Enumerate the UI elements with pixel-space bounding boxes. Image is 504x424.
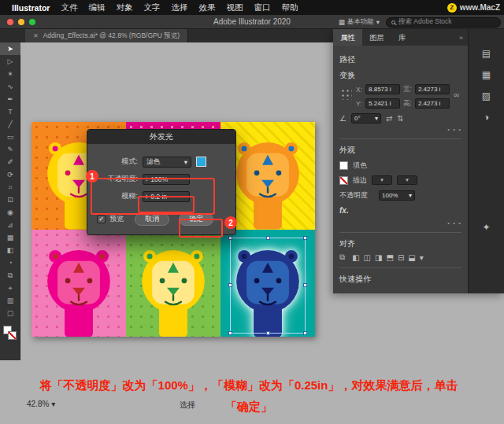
free-transform-tool[interactable]: ⊡ — [0, 194, 20, 206]
more-options-icon[interactable]: • • • — [339, 126, 461, 133]
stroke-swatch[interactable] — [339, 176, 348, 185]
stroke-unit-select[interactable]: ▾ — [397, 175, 417, 185]
more-align-options-icon[interactable]: ▾ — [420, 253, 424, 262]
panel-opacity-input[interactable]: 100%▾ — [379, 190, 415, 201]
column-graph-tool[interactable]: ▥ — [0, 294, 20, 307]
fx-button[interactable]: fx. — [339, 206, 349, 215]
swatches-panel-icon[interactable]: ▦ — [478, 67, 495, 83]
selection-tool[interactable]: ➤ — [0, 42, 20, 55]
align-right-icon[interactable]: ◨ — [375, 253, 382, 262]
dialog-title-bar[interactable]: 外发光 — [87, 130, 235, 144]
cancel-button[interactable]: 取消 — [135, 213, 169, 226]
adobe-stock-search-box[interactable]: 搜索 Adobe Stock — [386, 17, 501, 28]
selection-handle[interactable] — [303, 236, 307, 240]
search-icon — [391, 20, 395, 24]
fill-swatch[interactable] — [339, 161, 348, 170]
fill-stroke-widget[interactable] — [0, 326, 20, 346]
align-center-horizontal-icon[interactable]: ◫ — [364, 253, 371, 262]
selection-handle[interactable] — [228, 283, 232, 287]
reference-point-icon[interactable] — [339, 87, 352, 100]
perspective-grid-tool[interactable]: ⊿ — [0, 219, 20, 231]
document-tab[interactable]: ✕ Adding_Effects.ai* @ 42.8% (RGB/GPU 预览… — [25, 29, 188, 42]
menu-item[interactable]: 视图 — [220, 2, 248, 13]
flip-horizontal-icon[interactable]: ⇄ — [386, 114, 392, 123]
preview-checkbox[interactable]: ✓ — [97, 215, 106, 223]
paintbrush-tool[interactable]: ✎ — [0, 143, 20, 156]
shape-builder-tool[interactable]: ◉ — [0, 206, 20, 219]
selection-bounding-box[interactable] — [230, 238, 306, 334]
ok-button[interactable]: 确定 — [179, 213, 213, 226]
tools-panel: ➤▷✶∿✒T╱▭✎✐⟳⌗⊡◉⊿▦◧◔⧉⌖▥▢ — [0, 42, 20, 360]
panel-tab-1[interactable]: 属性 — [333, 29, 362, 46]
glow-color-swatch[interactable] — [196, 157, 206, 167]
link-dimensions-icon[interactable]: ∞ — [454, 90, 459, 99]
x-input[interactable]: 8.8573 i — [365, 84, 400, 94]
rectangle-tool[interactable]: ▭ — [0, 131, 20, 143]
artboard-tool[interactable]: ▢ — [0, 307, 20, 319]
align-top-icon[interactable]: ⬒ — [387, 253, 394, 262]
symbols-panel-icon[interactable]: ✦ — [478, 219, 495, 235]
stepper-arrows-icon[interactable]: ▴▾ — [146, 194, 147, 200]
menu-item[interactable]: 对象 — [110, 2, 138, 13]
line-segment-tool[interactable]: ╱ — [0, 118, 20, 131]
panel-tab-2[interactable]: 图层 — [362, 29, 391, 46]
flip-vertical-icon[interactable]: ⇅ — [397, 114, 403, 123]
lasso-tool[interactable]: ∿ — [0, 80, 20, 93]
magic-wand-tool[interactable]: ✶ — [0, 68, 20, 80]
align-center-vertical-icon[interactable]: ⊟ — [398, 253, 404, 262]
menu-item[interactable]: 编辑 — [83, 2, 110, 13]
artwork-panel[interactable] — [32, 230, 126, 337]
eyedropper-tool[interactable]: ◔ — [0, 256, 20, 269]
rotate-tool[interactable]: ⟳ — [0, 168, 20, 181]
stroke-color-swatch[interactable] — [8, 331, 17, 340]
stepper-arrows-icon[interactable]: ▴▾ — [146, 176, 147, 183]
menu-app-name[interactable]: Illustrator — [6, 3, 55, 13]
pen-tool[interactable]: ✒ — [0, 93, 20, 105]
close-tab-icon[interactable]: ✕ — [33, 32, 39, 39]
libraries-panel-icon[interactable]: ▤ — [478, 46, 495, 61]
direct-selection-tool[interactable]: ▷ — [0, 55, 20, 68]
menu-item[interactable]: 文字 — [138, 2, 165, 13]
blur-stepper[interactable]: ▴▾ 0.2 in — [143, 191, 190, 202]
zoom-level-select[interactable]: 42.8%▾ — [27, 400, 55, 408]
blend-tool[interactable]: ⧉ — [0, 269, 20, 282]
width-input[interactable]: 2.4273 i — [415, 84, 450, 94]
y-input[interactable]: 5.2421 i — [365, 98, 400, 109]
width-tool[interactable]: ⌗ — [0, 181, 20, 194]
gradient-tool[interactable]: ◧ — [0, 244, 20, 256]
color-panel-icon[interactable]: ◑ — [478, 109, 495, 125]
more-options-icon[interactable]: • • • — [339, 219, 461, 227]
stroke-weight-select[interactable]: ▾ — [372, 175, 392, 185]
menu-item[interactable]: 效果 — [193, 2, 220, 13]
panel-tab-3[interactable]: 库 — [391, 29, 413, 46]
opacity-stepper[interactable]: ▴▾ 100% — [143, 174, 190, 185]
macz-logo-icon: Z — [447, 3, 457, 13]
menu-item[interactable]: 文件 — [55, 2, 83, 13]
height-input[interactable]: 2.4273 i — [415, 98, 450, 109]
watermark-text: www.MacZ — [460, 3, 500, 12]
type-tool[interactable]: T — [0, 105, 20, 118]
mesh-tool[interactable]: ▦ — [0, 231, 20, 244]
selection-handle[interactable] — [303, 331, 307, 335]
artwork-panel[interactable] — [126, 230, 220, 337]
brushes-panel-icon[interactable]: ▨ — [478, 88, 495, 104]
menu-item[interactable]: 窗口 — [248, 2, 276, 13]
collapse-panels-icon[interactable]: » — [459, 34, 463, 42]
selection-handle[interactable] — [228, 331, 232, 335]
align-bottom-icon[interactable]: ⬓ — [408, 253, 415, 262]
panel-tab-bar: 属性图层库 » — [333, 29, 468, 46]
selection-handle[interactable] — [228, 236, 232, 240]
align-left-icon[interactable]: ◧ — [352, 253, 359, 262]
pencil-tool[interactable]: ✐ — [0, 156, 20, 168]
selection-handle[interactable] — [303, 283, 307, 287]
mode-select[interactable]: 滤色▾ — [143, 157, 191, 168]
rotation-input[interactable]: 0°▾ — [351, 113, 381, 124]
workspace-switcher[interactable]: ▦ 基本功能 ▾ — [339, 17, 380, 28]
align-to-selection-icon[interactable]: ⧉ — [339, 253, 345, 262]
selection-handle[interactable] — [266, 331, 270, 335]
menu-item[interactable]: 帮助 — [276, 2, 303, 13]
artwork-panel[interactable] — [220, 230, 315, 337]
menu-item[interactable]: 选择 — [165, 2, 193, 13]
symbol-sprayer-tool[interactable]: ⌖ — [0, 282, 20, 294]
selection-handle[interactable] — [266, 236, 270, 240]
